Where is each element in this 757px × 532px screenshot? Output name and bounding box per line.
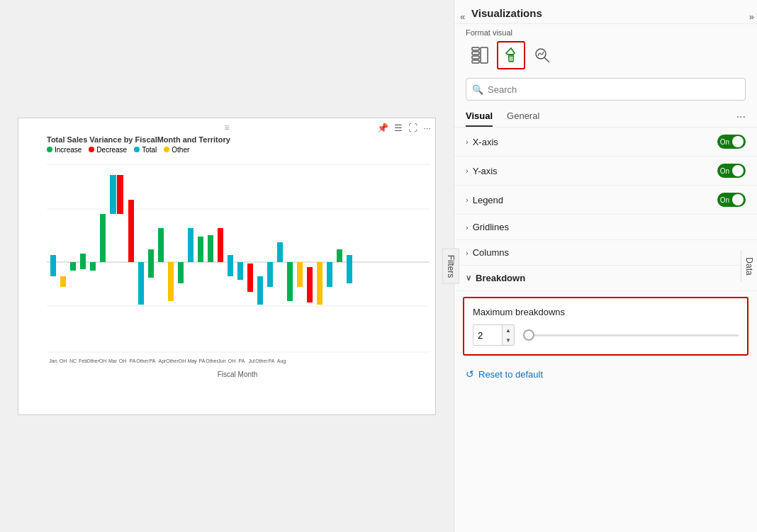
svg-text:Other: Other	[166, 358, 179, 363]
svg-rect-37	[317, 262, 323, 305]
reset-to-default-btn[interactable]: ↺ Reset to default	[454, 361, 757, 387]
accordion-gridlines-label: Gridlines	[473, 222, 509, 232]
svg-rect-21	[158, 228, 164, 262]
legend-decrease: Decrease	[89, 146, 127, 154]
svg-text:Mar: Mar	[108, 358, 118, 363]
svg-rect-17	[117, 175, 123, 214]
svg-text:NC: NC	[69, 358, 77, 363]
svg-rect-38	[327, 262, 332, 287]
svg-rect-23	[178, 262, 184, 283]
svg-rect-24	[188, 228, 194, 262]
collapse-right-btn[interactable]: »	[746, 9, 757, 25]
chart-container: ≡ 📌 ☰ ⛶ ··· Total Sales Variance by Fisc…	[18, 118, 436, 415]
accordion-yaxis[interactable]: › Y-axis On	[454, 157, 757, 186]
svg-text:PA: PA	[150, 358, 156, 363]
yaxis-toggle[interactable]: On	[717, 164, 746, 178]
chart-svg: $1.0M $0.5M $0.0M ($0.5M) ($1.0M)	[47, 157, 430, 366]
fields-icon-btn[interactable]	[466, 41, 494, 69]
svg-rect-30	[247, 264, 253, 292]
chart-panel: ≡ 📌 ☰ ⛶ ··· Total Sales Variance by Fisc…	[0, 0, 454, 532]
svg-text:Other: Other	[136, 358, 149, 363]
accordion-xaxis-label: X-axis	[473, 137, 498, 147]
viz-header: Visualizations	[454, 0, 757, 24]
svg-rect-69	[472, 60, 479, 63]
accordion-columns[interactable]: › Columns	[454, 240, 757, 266]
analytics-icon-btn[interactable]	[528, 41, 556, 69]
svg-text:Other: Other	[206, 358, 218, 363]
svg-rect-34	[287, 262, 293, 301]
svg-text:Jan: Jan	[49, 358, 57, 363]
svg-text:Other: Other	[255, 358, 268, 363]
svg-rect-22	[168, 262, 174, 301]
accordion-xaxis[interactable]: › X-axis On	[454, 128, 757, 157]
xaxis-toggle[interactable]: On	[717, 135, 746, 149]
svg-rect-15	[100, 214, 106, 262]
slider-thumb[interactable]	[523, 329, 534, 341]
svg-rect-26	[208, 235, 213, 262]
search-icon: 🔍	[472, 84, 483, 95]
accordion-xaxis-left: › X-axis	[466, 137, 498, 147]
breakdown-header[interactable]: ∨ Breakdown	[454, 266, 757, 291]
svg-text:Other: Other	[86, 358, 99, 363]
svg-rect-67	[472, 52, 479, 55]
legend-toggle-knob	[732, 194, 744, 205]
pin-icon[interactable]: 📌	[377, 123, 388, 133]
search-input[interactable]	[466, 78, 746, 101]
svg-text:OH: OH	[228, 358, 236, 363]
reset-label: Reset to default	[478, 369, 543, 380]
svg-rect-19	[138, 262, 144, 305]
format-visual-section: Format visual	[454, 24, 757, 72]
svg-rect-40	[347, 255, 352, 283]
reset-icon: ↺	[466, 368, 474, 380]
spinner-up-btn[interactable]: ▲	[503, 325, 514, 335]
filters-tab[interactable]: Filters	[442, 248, 459, 284]
filter-icon[interactable]: ☰	[394, 123, 403, 133]
accordion-gridlines[interactable]: › Gridlines	[454, 215, 757, 240]
svg-rect-66	[472, 47, 479, 50]
svg-rect-31	[257, 276, 263, 305]
accordion-legend[interactable]: › Legend On	[454, 186, 757, 215]
spinner-down-btn[interactable]: ▼	[503, 335, 514, 345]
legend-increase-label: Increase	[55, 146, 82, 154]
gridlines-chevron-icon: ›	[466, 223, 469, 232]
legend-total: Total	[134, 146, 157, 154]
svg-rect-35	[297, 262, 303, 287]
svg-rect-29	[237, 262, 243, 280]
breakdown-label: Breakdown	[476, 273, 525, 283]
svg-text:PA: PA	[130, 358, 136, 363]
svg-rect-27	[218, 228, 223, 262]
chart-legend: Increase Decrease Total Other	[47, 146, 428, 154]
svg-rect-16	[110, 175, 116, 214]
more-icon[interactable]: ···	[423, 123, 431, 133]
slider-track[interactable]	[523, 334, 739, 336]
xaxis-toggle-knob	[732, 136, 744, 147]
number-input-container: ▲ ▼	[473, 324, 515, 346]
legend-toggle[interactable]: On	[717, 193, 746, 207]
legend-total-dot	[134, 147, 140, 152]
max-breakdowns-input[interactable]	[473, 325, 502, 345]
legend-decrease-label: Decrease	[96, 146, 127, 154]
tab-more-btn[interactable]: ···	[736, 111, 746, 123]
accordion-yaxis-label: Y-axis	[473, 166, 498, 176]
breakdown-chevron-icon: ∨	[466, 273, 471, 283]
yaxis-toggle-label: On	[720, 167, 729, 175]
svg-text:Jun: Jun	[218, 358, 225, 363]
legend-chevron-icon: ›	[466, 196, 469, 204]
expand-icon[interactable]: ⛶	[408, 123, 417, 133]
data-side-tab[interactable]: Data	[741, 250, 757, 282]
drag-handle[interactable]: ≡	[224, 123, 229, 132]
tab-visual[interactable]: Visual	[466, 106, 493, 127]
svg-line-74	[544, 57, 549, 62]
legend-increase: Increase	[47, 146, 82, 154]
format-visual-icon-btn[interactable]	[497, 41, 525, 69]
viz-panel-title: Visualizations	[471, 7, 542, 19]
x-axis-label: Fiscal Month	[47, 370, 428, 378]
tab-general[interactable]: General	[507, 106, 539, 127]
columns-chevron-icon: ›	[466, 249, 469, 257]
svg-text:Jul: Jul	[249, 358, 255, 363]
collapse-left-btn[interactable]: «	[457, 9, 468, 25]
legend-increase-dot	[47, 147, 52, 152]
accordion-section: › X-axis On › Y-axis On › Legend	[454, 128, 757, 532]
svg-text:OH: OH	[119, 358, 127, 363]
legend-other-dot	[164, 147, 169, 152]
